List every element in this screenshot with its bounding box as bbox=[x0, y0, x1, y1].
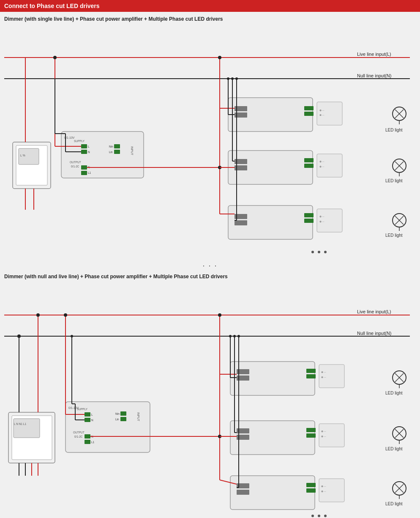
svg-text:OUTPUT: OUTPUT bbox=[73, 431, 85, 434]
svg-text:SUPPLY: SUPPLY bbox=[77, 408, 88, 411]
svg-point-195 bbox=[311, 515, 314, 517]
svg-point-196 bbox=[318, 515, 320, 517]
header-title: Connect to Phase cut LED drivers bbox=[4, 3, 100, 9]
svg-text:INPUT: INPUT bbox=[137, 412, 140, 422]
svg-rect-122 bbox=[85, 418, 90, 422]
svg-text:⊕ ···: ⊕ ··· bbox=[319, 215, 325, 218]
svg-point-93 bbox=[311, 251, 314, 253]
svg-text:L  %: L % bbox=[20, 154, 25, 157]
svg-text:LED light: LED light bbox=[385, 502, 403, 506]
svg-rect-103 bbox=[14, 419, 40, 438]
svg-text:⊕ ···: ⊕ ··· bbox=[321, 435, 326, 438]
svg-text:INPUT: INPUT bbox=[131, 146, 134, 156]
svg-text:⊕ ···: ⊕ ··· bbox=[319, 165, 325, 168]
section1-title: Dimmer (with single live line) + Phase c… bbox=[4, 16, 416, 22]
svg-point-140 bbox=[218, 313, 221, 317]
svg-rect-128 bbox=[85, 440, 90, 444]
diagram1: Live line input(L) Null line input(N) L … bbox=[0, 24, 420, 260]
svg-text:Nin: Nin bbox=[109, 145, 113, 148]
svg-text:N: N bbox=[88, 151, 90, 153]
svg-rect-14 bbox=[114, 144, 120, 148]
svg-rect-169 bbox=[306, 433, 316, 438]
svg-rect-180 bbox=[237, 490, 249, 495]
svg-rect-15 bbox=[114, 150, 120, 154]
svg-text:⊕ ···: ⊕ ··· bbox=[321, 371, 326, 373]
svg-text:L1: L1 bbox=[88, 171, 91, 174]
svg-rect-186 bbox=[306, 488, 316, 493]
svg-point-167 bbox=[233, 335, 236, 337]
svg-text:Null line input(N): Null line input(N) bbox=[357, 331, 391, 336]
svg-rect-78 bbox=[235, 220, 247, 225]
svg-rect-66 bbox=[304, 158, 314, 162]
svg-rect-25 bbox=[81, 165, 87, 170]
svg-text:Nin: Nin bbox=[115, 412, 120, 415]
header-bar: Connect to Phase cut LED drivers bbox=[0, 0, 420, 12]
svg-text:⊕ ···: ⊕ ··· bbox=[319, 114, 325, 116]
svg-rect-121 bbox=[85, 412, 90, 417]
svg-text:⊕ ···: ⊕ ··· bbox=[319, 109, 325, 112]
svg-text:⊕ ···: ⊕ ··· bbox=[321, 376, 326, 378]
svg-text:Lin: Lin bbox=[115, 418, 119, 421]
svg-point-31 bbox=[53, 56, 57, 59]
svg-rect-26 bbox=[81, 171, 87, 175]
svg-text:0/1-2C: 0/1-2C bbox=[74, 435, 83, 438]
svg-text:Lin: Lin bbox=[109, 151, 113, 153]
svg-rect-151 bbox=[306, 369, 316, 373]
svg-text:⊕ ···: ⊕ ··· bbox=[319, 160, 325, 163]
svg-rect-116 bbox=[120, 411, 126, 416]
svg-text:LED light: LED light bbox=[385, 233, 403, 238]
svg-rect-185 bbox=[306, 483, 316, 487]
svg-text:L  N  N1  L1: L N N1 L1 bbox=[14, 422, 26, 425]
svg-point-138 bbox=[71, 335, 73, 337]
svg-point-150 bbox=[229, 335, 232, 337]
svg-rect-168 bbox=[306, 428, 316, 432]
svg-rect-83 bbox=[304, 213, 314, 217]
svg-text:⊕ ···: ⊕ ··· bbox=[321, 430, 326, 433]
svg-point-37 bbox=[218, 56, 221, 59]
svg-text:⊕ ···: ⊕ ··· bbox=[321, 490, 326, 493]
svg-rect-19 bbox=[81, 144, 87, 148]
svg-text:OUTPUT: OUTPUT bbox=[70, 161, 81, 164]
svg-point-94 bbox=[318, 251, 320, 253]
dots-row1: · · · bbox=[0, 261, 420, 270]
svg-point-112 bbox=[17, 334, 21, 338]
svg-rect-49 bbox=[304, 106, 314, 110]
section2-title: Dimmer (with null and live line) + Phase… bbox=[4, 274, 416, 280]
svg-text:L: L bbox=[88, 145, 90, 148]
svg-point-184 bbox=[237, 335, 240, 337]
svg-rect-117 bbox=[120, 417, 126, 421]
diagram2: Live line input(L) Null line input(N) L … bbox=[0, 281, 420, 518]
svg-text:Live line input(L): Live line input(L) bbox=[357, 309, 391, 314]
svg-rect-152 bbox=[306, 374, 316, 378]
svg-point-95 bbox=[324, 251, 327, 253]
svg-rect-127 bbox=[85, 434, 90, 439]
svg-text:L: L bbox=[91, 413, 93, 416]
svg-text:0/1-2C: 0/1-2C bbox=[71, 165, 79, 168]
null-label: Null line input(N) bbox=[357, 73, 391, 78]
svg-rect-50 bbox=[304, 112, 314, 116]
svg-text:LED light: LED light bbox=[385, 447, 403, 451]
svg-rect-67 bbox=[304, 164, 314, 168]
svg-point-111 bbox=[36, 313, 40, 317]
svg-text:SUPPLY: SUPPLY bbox=[74, 140, 85, 143]
svg-point-82 bbox=[235, 77, 238, 80]
svg-text:⊕ ···: ⊕ ··· bbox=[321, 485, 326, 488]
svg-text:LED light: LED light bbox=[385, 391, 403, 395]
page-container: Connect to Phase cut LED drivers Dimmer … bbox=[0, 0, 420, 518]
svg-point-133 bbox=[64, 313, 67, 317]
svg-text:⊕ ···: ⊕ ··· bbox=[319, 220, 325, 223]
svg-rect-96 bbox=[0, 281, 420, 518]
live-label: Live line input(L) bbox=[357, 52, 391, 57]
svg-text:LED light: LED light bbox=[385, 128, 403, 132]
svg-rect-20 bbox=[81, 150, 87, 154]
svg-point-48 bbox=[227, 77, 229, 80]
svg-point-65 bbox=[231, 77, 234, 80]
svg-text:L1: L1 bbox=[91, 441, 95, 444]
svg-point-197 bbox=[324, 515, 327, 517]
svg-rect-84 bbox=[304, 219, 314, 223]
svg-text:N: N bbox=[91, 419, 93, 422]
svg-text:LED light: LED light bbox=[385, 178, 403, 183]
